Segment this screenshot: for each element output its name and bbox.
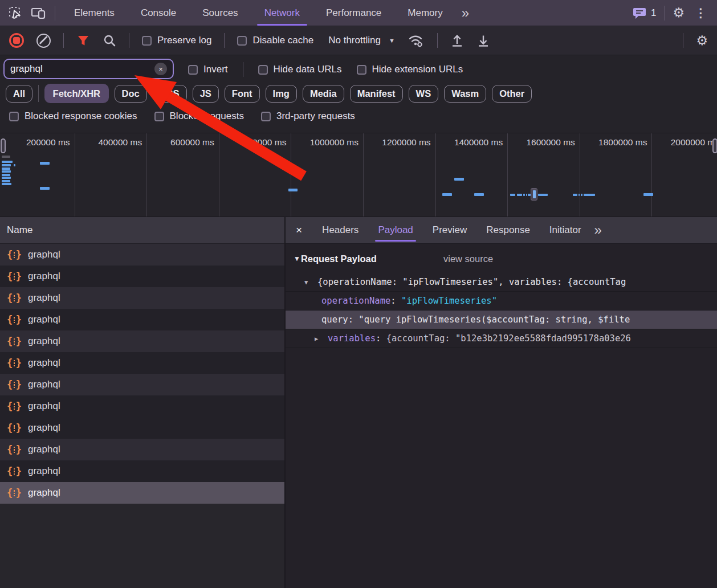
chip-doc[interactable]: Doc: [115, 85, 147, 103]
request-row[interactable]: {}graphql: [0, 330, 284, 352]
checkbox[interactable]: [237, 36, 247, 46]
search-icon[interactable]: [103, 34, 116, 47]
chip-wasm[interactable]: Wasm: [444, 85, 486, 103]
tab-performance[interactable]: Performance: [313, 0, 394, 26]
preserve-log-label: Preserve log: [157, 35, 211, 46]
chevron-down-icon: ▼: [389, 37, 395, 44]
blocked-response-cookies-checkbox[interactable]: Blocked response cookies: [9, 111, 137, 122]
chip-img[interactable]: Img: [266, 85, 297, 103]
tab-sources[interactable]: Sources: [189, 0, 251, 26]
json-icon: {}: [7, 401, 22, 412]
payload-tree-row[interactable]: query: "query ipFlowTimeseries($accountT…: [286, 310, 717, 329]
more-filter-checkboxes: Blocked response cookiesBlocked requests…: [9, 111, 355, 122]
request-row[interactable]: {}graphql: [0, 352, 284, 374]
checkbox[interactable]: [9, 112, 19, 121]
request-row[interactable]: {}graphql: [0, 439, 284, 460]
detail-tab-preview[interactable]: Preview: [423, 217, 476, 243]
throttling-value: No throttling: [328, 35, 381, 46]
checkbox[interactable]: [142, 36, 152, 46]
waterfall-bar: [2, 156, 10, 158]
network-filter-section: × Invert Hide data URLs Hide extension U…: [0, 55, 717, 133]
clear-network-log-icon[interactable]: [36, 34, 51, 48]
name-column-header[interactable]: Name: [0, 217, 284, 244]
chip-js[interactable]: JS: [193, 85, 219, 103]
request-details-panel: × HeadersPayloadPreviewResponseInitiator…: [286, 217, 717, 588]
invert-checkbox[interactable]: Invert: [188, 64, 228, 75]
close-details-icon[interactable]: ×: [286, 224, 312, 236]
chip-fetch-xhr[interactable]: Fetch/XHR: [44, 84, 108, 103]
blocked-requests-checkbox[interactable]: Blocked requests: [154, 111, 244, 122]
request-row[interactable]: {}graphql: [0, 395, 284, 417]
hide-extension-urls-checkbox[interactable]: Hide extension URLs: [357, 64, 463, 75]
detail-tab-initiator[interactable]: Initiator: [540, 217, 591, 243]
tab-network[interactable]: Network: [251, 0, 313, 26]
record-network-log-icon[interactable]: [9, 33, 24, 48]
inspect-element-icon[interactable]: [8, 6, 23, 21]
chip-all[interactable]: All: [6, 85, 32, 103]
collapsed-triangle-icon[interactable]: ▶: [315, 329, 318, 348]
detail-tab-headers[interactable]: Headers: [312, 217, 368, 243]
request-row[interactable]: {}graphql: [0, 482, 284, 504]
checkbox[interactable]: [261, 112, 271, 121]
gridline: [435, 133, 436, 217]
tab-elements[interactable]: Elements: [61, 0, 128, 26]
import-har-icon[interactable]: [450, 33, 464, 48]
request-row[interactable]: {}graphql: [0, 417, 284, 439]
checkbox[interactable]: [154, 112, 164, 121]
waterfall-bar: [2, 177, 11, 179]
filter-icon[interactable]: [76, 34, 90, 47]
request-name: graphql: [28, 249, 60, 260]
chip-other[interactable]: Other: [492, 85, 532, 103]
chip-css[interactable]: CSS: [153, 85, 187, 103]
network-conditions-icon[interactable]: [408, 33, 425, 48]
view-source-link[interactable]: view source: [443, 254, 493, 264]
settings-gear-icon[interactable]: ⚙: [673, 6, 685, 19]
collapse-triangle-icon[interactable]: ▼: [294, 255, 300, 263]
hide-data-urls-checkbox[interactable]: Hide data URLs: [258, 64, 342, 75]
request-row[interactable]: {}graphql: [0, 244, 284, 266]
overview-timeline[interactable]: 200000 ms400000 ms600000 ms800000 ms1000…: [0, 133, 717, 217]
payload-tree-row[interactable]: operationName: "ipFlowTimeseries": [286, 291, 717, 310]
request-row[interactable]: {}graphql: [0, 309, 284, 330]
clear-filter-icon[interactable]: ×: [154, 63, 167, 75]
payload-tree-row[interactable]: ▶variables: {accountTag: "b12e3b2192ee55…: [286, 329, 717, 348]
issues-icon[interactable]: 1: [633, 7, 656, 19]
3rd-party-requests-checkbox[interactable]: 3rd-party requests: [261, 111, 355, 122]
request-row[interactable]: {}graphql: [0, 460, 284, 482]
chip-manifest[interactable]: Manifest: [350, 85, 403, 103]
selected-request-marker: [531, 188, 537, 201]
filter-text-input[interactable]: [10, 63, 154, 75]
gridline: [580, 133, 580, 217]
chip-font[interactable]: Font: [225, 85, 260, 103]
preserve-log-checkbox[interactable]: Preserve log: [142, 35, 211, 46]
checkbox[interactable]: [258, 65, 268, 75]
request-row[interactable]: {}graphql: [0, 266, 284, 287]
detail-tab-response[interactable]: Response: [476, 217, 540, 243]
waterfall-bar: [538, 194, 548, 196]
detail-tab-payload[interactable]: Payload: [368, 217, 422, 243]
tl-handle-right[interactable]: [712, 138, 717, 153]
request-row[interactable]: {}graphql: [0, 374, 284, 395]
checkbox[interactable]: [188, 65, 198, 75]
expanded-triangle-icon[interactable]: ▼: [304, 273, 308, 291]
checkbox[interactable]: [357, 65, 366, 75]
hide-extension-urls-label: Hide extension URLs: [372, 64, 463, 75]
export-har-icon[interactable]: [476, 33, 490, 48]
more-panels-icon[interactable]: »: [456, 5, 474, 21]
more-detail-tabs-icon[interactable]: »: [591, 222, 604, 238]
main-menu-kebab-icon[interactable]: ⋮: [692, 6, 709, 20]
payload-tree-row[interactable]: ▼{operationName: "ipFlowTimeseries", var…: [286, 273, 717, 291]
tab-console[interactable]: Console: [128, 0, 189, 26]
tl-handle-left[interactable]: [1, 138, 6, 153]
chip-media[interactable]: Media: [303, 85, 344, 103]
disable-cache-checkbox[interactable]: Disable cache: [237, 35, 313, 46]
tab-memory[interactable]: Memory: [394, 0, 455, 26]
waterfall-bar: [40, 187, 50, 190]
chip-ws[interactable]: WS: [409, 85, 439, 103]
device-toolbar-icon[interactable]: [31, 6, 47, 20]
waterfall-bar: [573, 194, 577, 196]
request-row[interactable]: {}graphql: [0, 287, 284, 309]
throttling-select[interactable]: No throttling ▼: [328, 35, 395, 46]
network-filter-input-box[interactable]: ×: [3, 59, 174, 79]
network-settings-gear-icon[interactable]: ⚙: [696, 34, 708, 47]
